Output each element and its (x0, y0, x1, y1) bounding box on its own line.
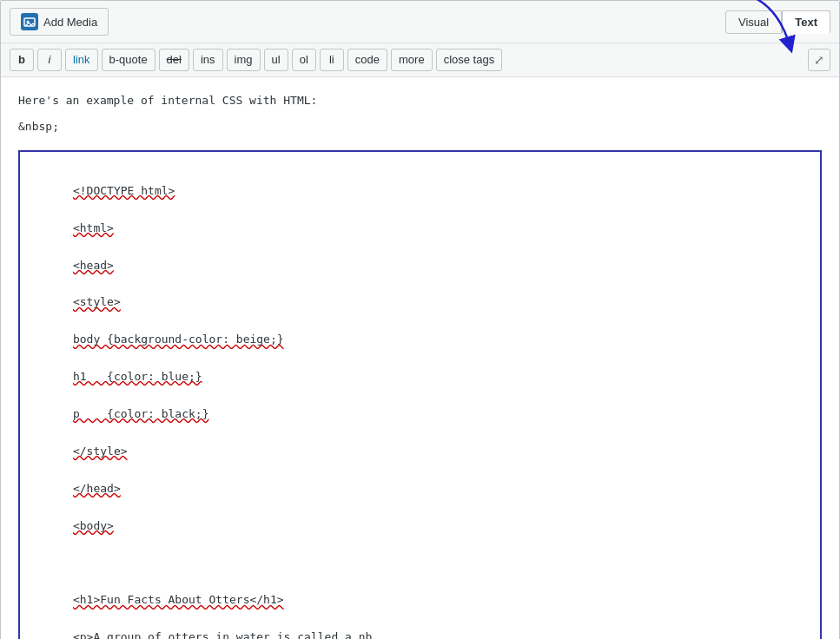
expand-button[interactable]: ⤢ (808, 49, 830, 71)
tab-text[interactable]: Text (782, 10, 830, 34)
intro-text: Here's an example of internal CSS with H… (18, 91, 822, 110)
editor-container: Add Media Visual Text b i link b-quote d… (0, 0, 840, 639)
style-open: <style> (73, 295, 121, 308)
body-open: <body> (73, 519, 114, 532)
view-tabs: Visual Text (725, 10, 830, 34)
btn-more[interactable]: more (391, 49, 433, 71)
h1-style: h1 {color: blue;} (73, 370, 202, 383)
tab-visual[interactable]: Visual (725, 10, 782, 34)
head-close: </head> (73, 482, 121, 495)
p-style: p {color: black;} (73, 407, 209, 420)
head-open: <head> (73, 259, 114, 272)
body-style: body {background-color: beige;} (73, 333, 284, 346)
code-block[interactable]: <!DOCTYPE html> <html> <head> <style> bo… (18, 150, 822, 639)
add-media-button[interactable]: Add Media (10, 8, 109, 36)
btn-ol[interactable]: ol (292, 49, 316, 71)
top-toolbar: Add Media Visual Text (1, 1, 839, 43)
btn-link[interactable]: link (65, 49, 98, 71)
btn-bquote[interactable]: b-quote (102, 49, 155, 71)
html-open: <html> (73, 221, 114, 234)
btn-li[interactable]: li (320, 49, 344, 71)
style-close: </style> (73, 445, 128, 458)
btn-ul[interactable]: ul (264, 49, 288, 71)
toolbar-with-arrow: b i link b-quote del ins img ul ol li co… (1, 43, 839, 77)
btn-close-tags[interactable]: close tags (436, 49, 503, 71)
nbsp-line: &nbsp; (18, 117, 822, 136)
btn-ins[interactable]: ins (193, 49, 223, 71)
formatting-toolbar: b i link b-quote del ins img ul ol li co… (1, 43, 839, 77)
btn-img[interactable]: img (227, 49, 261, 71)
btn-italic[interactable]: i (37, 49, 62, 71)
btn-code[interactable]: code (347, 49, 387, 71)
doctype-line: <!DOCTYPE html> (73, 184, 175, 197)
h1-content: <h1>Fun Facts About Otters</h1> (73, 593, 284, 606)
p-content-1: <p>A group of otters in water is called … (73, 630, 372, 639)
btn-bold[interactable]: b (10, 49, 34, 71)
add-media-label: Add Media (43, 16, 97, 29)
media-icon (21, 13, 38, 30)
editor-content-area[interactable]: Here's an example of internal CSS with H… (1, 77, 839, 639)
btn-del[interactable]: del (159, 49, 189, 71)
